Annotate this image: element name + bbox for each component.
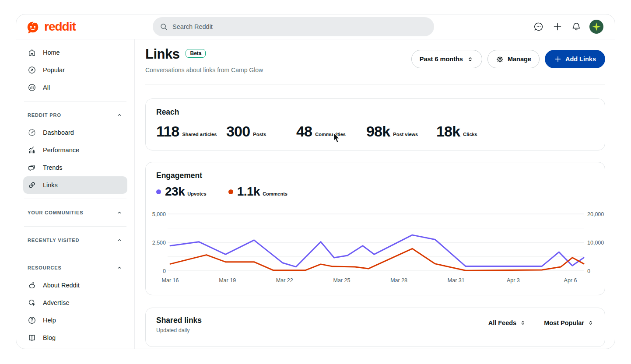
stat-value: 118 (156, 124, 179, 139)
page-subtitle: Conversations about links from Camp Glow (145, 66, 263, 74)
performance-icon (28, 146, 36, 154)
stat-label: Post views (393, 132, 418, 139)
sidebar-item-help[interactable]: Help (23, 312, 127, 329)
notifications-icon[interactable] (571, 21, 582, 32)
feed-filter-label: All Feeds (488, 319, 516, 326)
stat-value: 48 (296, 124, 312, 139)
add-links-button[interactable]: Add Links (545, 50, 605, 68)
upvotes-dot-icon (156, 189, 161, 194)
section-title: YOUR COMMUNITIES (28, 210, 83, 215)
svg-text:5,000: 5,000 (152, 211, 166, 217)
legend-upvotes: 23k Upvotes (156, 186, 207, 198)
sidebar-item-popular[interactable]: Popular (23, 61, 127, 79)
legend-label: Comments (263, 191, 287, 198)
svg-text:Mar 16: Mar 16 (162, 277, 179, 284)
legend-value: 1.1k (237, 186, 260, 198)
sidebar-divider (24, 101, 126, 102)
header-divider (145, 84, 605, 84)
stat-value: 98k (366, 124, 390, 139)
blog-icon (28, 333, 36, 342)
chevron-up-icon (116, 112, 123, 119)
svg-text:Mar 19: Mar 19 (219, 277, 236, 284)
sidebar-item-trends[interactable]: Trends (23, 159, 127, 176)
sidebar-item-advertise[interactable]: Advertise (23, 294, 127, 312)
reddit-logo[interactable]: reddit (16, 19, 135, 34)
comments-dot-icon (228, 189, 233, 194)
section-title: RECENTLY VISITED (28, 238, 79, 243)
sidebar-item-label: Advertise (43, 299, 69, 306)
chat-icon[interactable] (533, 21, 544, 32)
sidebar-section-resources[interactable]: RESOURCES (23, 259, 127, 276)
legend-comments: 1.1k Comments (228, 186, 287, 198)
sidebar-item-label: Home (43, 49, 60, 56)
gear-icon (496, 55, 504, 63)
sidebar-item-links[interactable]: Links (23, 176, 127, 194)
engagement-card: Engagement 23k Upvotes 1.1k Comments 02,… (145, 162, 605, 295)
svg-text:0: 0 (587, 268, 590, 274)
sidebar-item-performance[interactable]: Performance (23, 141, 127, 159)
sidebar-item-label: Popular (43, 66, 65, 74)
sidebar-item-dashboard[interactable]: Dashboard (23, 124, 127, 141)
stat-shared-articles: 118 Shared articles (156, 124, 226, 139)
feed-filter-select[interactable]: All Feeds (488, 319, 526, 326)
shared-links-card: Shared links Updated daily All Feeds Mos… (145, 308, 605, 347)
stat-communities: 48 Communities (296, 124, 366, 139)
sort-chevrons-icon (587, 319, 594, 326)
chevron-up-icon (116, 237, 123, 244)
engagement-legend: 23k Upvotes 1.1k Comments (156, 186, 594, 198)
search-icon (159, 22, 168, 31)
shared-links-controls: All Feeds Most Popular (488, 319, 594, 326)
sidebar-item-label: Links (43, 182, 58, 189)
sidebar-divider (24, 199, 126, 199)
sidebar-section-recently-visited[interactable]: RECENTLY VISITED (23, 231, 127, 249)
stat-label: Communities (315, 132, 346, 139)
stat-posts: 300 Posts (226, 124, 296, 139)
sort-chevrons-icon (519, 319, 526, 326)
advertise-icon (28, 298, 36, 307)
add-links-label: Add Links (565, 56, 596, 63)
sidebar-item-home[interactable]: Home (23, 44, 127, 61)
search-input[interactable]: Search Reddit (153, 17, 434, 36)
time-range-select[interactable]: Past 6 months (411, 50, 482, 68)
legend-value: 23k (165, 186, 185, 198)
sidebar-item-label: Performance (43, 147, 79, 154)
sort-chevrons-icon (466, 56, 474, 63)
page-header: Links Beta Conversations about links fro… (145, 46, 605, 74)
sidebar-item-label: Trends (43, 164, 63, 171)
svg-text:0: 0 (163, 268, 166, 274)
main-content: Links Beta Conversations about links fro… (135, 39, 615, 349)
trends-icon (28, 163, 36, 172)
time-range-label: Past 6 months (420, 56, 463, 63)
section-title: REDDIT PRO (28, 112, 61, 118)
svg-text:2,500: 2,500 (152, 240, 166, 246)
sidebar-item-all[interactable]: All (23, 79, 127, 96)
legend-label: Upvotes (187, 191, 206, 198)
sidebar: Home Popular All REDDIT PRO (16, 39, 135, 349)
stat-clicks: 18k Clicks (436, 124, 506, 139)
sidebar-divider (24, 254, 126, 254)
svg-text:Mar 25: Mar 25 (333, 277, 350, 284)
shared-links-title: Shared links (156, 316, 202, 325)
nav-actions (533, 20, 615, 34)
dashboard-icon (28, 128, 36, 137)
reach-title: Reach (156, 108, 594, 117)
sidebar-item-blog[interactable]: Blog (23, 329, 127, 346)
sidebar-section-reddit-pro[interactable]: REDDIT PRO (23, 106, 127, 124)
sidebar-item-label: Dashboard (43, 129, 74, 136)
sidebar-divider (24, 226, 126, 227)
sort-filter-select[interactable]: Most Popular (544, 319, 594, 326)
sidebar-item-label: About Reddit (43, 282, 80, 289)
page-title: Links (145, 46, 179, 62)
sidebar-section-your-communities[interactable]: YOUR COMMUNITIES (23, 204, 127, 221)
svg-text:Mar 22: Mar 22 (276, 277, 293, 284)
manage-button[interactable]: Manage (487, 50, 540, 68)
sidebar-item-about-reddit[interactable]: About Reddit (23, 276, 127, 294)
popular-icon (28, 66, 36, 74)
create-post-icon[interactable] (552, 21, 563, 32)
section-title: RESOURCES (28, 265, 62, 270)
profile-avatar[interactable] (589, 20, 603, 34)
reddit-wordmark: reddit (44, 20, 76, 34)
svg-text:Apr 6: Apr 6 (564, 277, 577, 284)
stat-post-views: 98k Post views (366, 124, 436, 139)
svg-text:Apr 3: Apr 3 (507, 277, 520, 284)
